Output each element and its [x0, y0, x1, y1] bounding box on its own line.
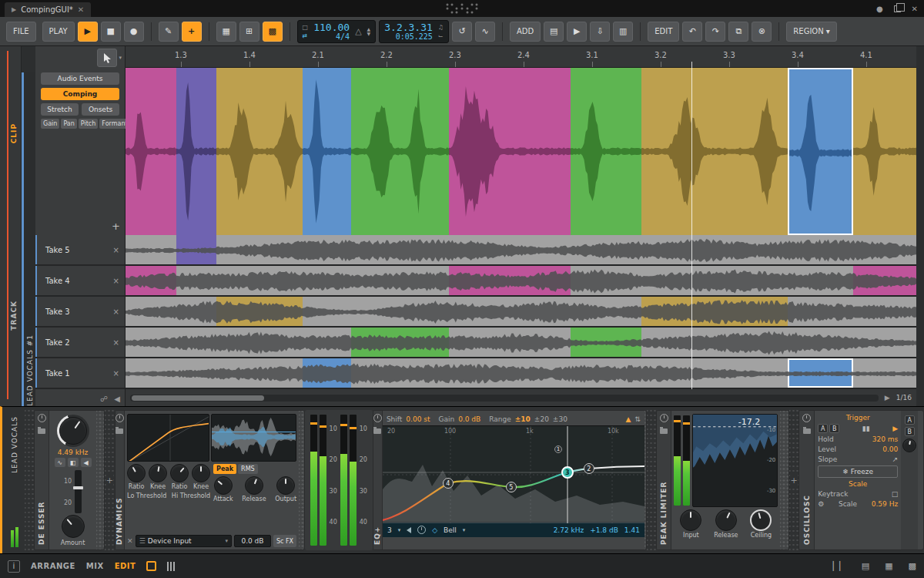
settings-gear-icon[interactable]: ⚙: [818, 500, 824, 508]
sidechain-source-select[interactable]: ☰ Device Input ▾: [136, 535, 232, 547]
h-scroll-thumb[interactable]: [132, 395, 264, 401]
band-q-value[interactable]: 1.41: [624, 526, 640, 534]
comp-section-green[interactable]: [351, 68, 449, 235]
overdub-toggle-icon[interactable]: +: [182, 22, 202, 42]
take-header-row[interactable]: Take 1×: [35, 358, 125, 389]
scroll-right-icon[interactable]: ▶: [885, 394, 890, 402]
snap-icon[interactable]: ⌙: [438, 32, 444, 39]
device-track-header[interactable]: LEAD VOCALS: [5, 410, 25, 550]
eq-solo-band-icon[interactable]: ▲: [625, 415, 631, 423]
hold-value[interactable]: 320 ms: [872, 435, 899, 443]
comp-section-purple[interactable]: [176, 68, 216, 235]
release-knob[interactable]: [245, 476, 263, 495]
browser-toggle-icon[interactable]: ▤: [862, 561, 869, 571]
band-power-icon[interactable]: [417, 526, 426, 534]
comping-button[interactable]: Comping: [41, 88, 119, 100]
band-type-select[interactable]: Bell: [444, 526, 457, 534]
loop-toggle-icon[interactable]: ↺: [452, 22, 472, 42]
de-esser-freq-knob[interactable]: [57, 415, 89, 447]
metronome-icon[interactable]: △: [355, 28, 361, 35]
take-delete-icon[interactable]: ×: [113, 307, 125, 316]
take-header-row[interactable]: Take 4×: [35, 266, 125, 297]
take-delete-icon[interactable]: ×: [113, 369, 125, 378]
channel-b-button[interactable]: B: [905, 427, 915, 436]
sidechain-clear-icon[interactable]: ✕: [127, 537, 133, 545]
take-highlight-pink[interactable]: [449, 266, 571, 295]
comp-section-blue[interactable]: [788, 68, 853, 235]
import-icon[interactable]: ⇩: [590, 22, 610, 42]
add-take-button[interactable]: +: [112, 220, 120, 232]
take-delete-icon[interactable]: ×: [113, 277, 125, 285]
device-drag-grip[interactable]: [644, 411, 646, 549]
sidechain-fx-button[interactable]: Sc FX: [273, 535, 296, 547]
close-window-icon[interactable]: ✕: [912, 5, 918, 13]
stop-button[interactable]: ■: [101, 22, 121, 42]
de-esser-threshold-slider[interactable]: 10 20: [64, 470, 82, 513]
take-highlight-purple[interactable]: [176, 235, 216, 264]
lo-knee-knob[interactable]: [149, 464, 167, 482]
device-eq-plus[interactable]: EQ+ Shift 0.00 st Gain 0.0 dB Range ±10 …: [373, 410, 647, 550]
tap-tempo-icon[interactable]: ⇄: [303, 32, 309, 39]
tempo-spinner[interactable]: ▲▼: [367, 27, 371, 36]
take-header-row[interactable]: Take 2×: [35, 328, 125, 358]
trigger-b-button[interactable]: B: [829, 424, 839, 433]
comp-section-tan[interactable]: [216, 68, 303, 235]
osc-mix-knob[interactable]: [902, 439, 916, 452]
range-10-button[interactable]: ±10: [515, 415, 531, 423]
gain-button[interactable]: Gain: [41, 119, 59, 129]
redo-button[interactable]: ↷: [705, 22, 725, 42]
sidechain-gain-field[interactable]: 0.0 dB: [234, 535, 271, 547]
output-knob[interactable]: [276, 476, 295, 495]
device-power-icon[interactable]: [116, 414, 124, 422]
peak-mode-button[interactable]: Peak: [213, 464, 236, 474]
eq-band-node[interactable]: 5: [506, 482, 517, 492]
clip-tab[interactable]: CLIP: [10, 123, 18, 143]
eq-expand-icon[interactable]: ⇅: [634, 415, 641, 423]
comp-section-blue[interactable]: [303, 68, 351, 235]
delete-button[interactable]: ⊗: [752, 22, 772, 42]
device-power-icon[interactable]: [373, 414, 382, 422]
mapping-toggle-icon[interactable]: ▦: [885, 561, 892, 571]
gain-history-display[interactable]: [211, 414, 296, 462]
tempo-display[interactable]: □ ⇄ 110.00 4/4 △ ▲▼: [297, 20, 377, 43]
take-lane[interactable]: [126, 358, 916, 389]
quantize-icon[interactable]: ♫: [438, 24, 444, 31]
eq-band-node[interactable]: 1: [554, 445, 562, 453]
duplicate-button[interactable]: ⧉: [728, 22, 748, 42]
device-oscilloscope[interactable]: OSCILLOSC Trigger A B ▮▮ ▶ Hold320 ms Le…: [798, 410, 924, 550]
de-esser-freq-value[interactable]: 4.49 kHz: [58, 449, 89, 456]
scale-value[interactable]: 0.59 Hz: [872, 500, 898, 508]
band-gain-value[interactable]: +1.8 dB: [590, 526, 618, 534]
info-icon[interactable]: i: [8, 560, 20, 573]
stretch-button[interactable]: Stretch: [41, 103, 79, 116]
trigger-meter-icon[interactable]: ▮▮: [862, 425, 870, 432]
limiter-input-knob[interactable]: [680, 509, 701, 531]
comp-section-pink[interactable]: [126, 68, 176, 235]
arrange-view-tab[interactable]: ARRANGE: [31, 562, 75, 570]
device-peak-limiter[interactable]: PEAK LIMITER -17.2 -10-: [656, 410, 788, 550]
comp-section-tan[interactable]: [853, 68, 916, 235]
track-tab[interactable]: TRACK: [10, 301, 18, 331]
undo-button[interactable]: ↶: [682, 22, 702, 42]
eq-band-node[interactable]: 2: [584, 463, 594, 474]
range-20-button[interactable]: ±20: [534, 415, 549, 423]
eq-band-node[interactable]: 3: [561, 466, 574, 479]
onsets-button[interactable]: Onsets: [82, 103, 119, 116]
take-highlight-pink[interactable]: [853, 266, 916, 295]
pitch-button[interactable]: Pitch: [79, 119, 98, 129]
link-icon[interactable]: ☍: [100, 395, 108, 403]
comp-section-green[interactable]: [571, 68, 641, 235]
level-value[interactable]: 0.00: [882, 445, 898, 453]
eq-band-node[interactable]: 4: [443, 478, 454, 489]
grid-resolution-label[interactable]: 1/16: [896, 394, 912, 402]
file-menu-button[interactable]: FILE: [6, 22, 36, 42]
band-count[interactable]: 3: [387, 526, 392, 534]
compression-curve-display[interactable]: [127, 414, 209, 462]
eq-curve-display[interactable]: 45132 201001k10k: [383, 425, 644, 523]
h-scrollbar[interactable]: [130, 395, 879, 402]
device-insert-slot[interactable]: +: [105, 410, 114, 550]
de-esser-amount-knob[interactable]: [62, 515, 85, 538]
freeze-button[interactable]: ❄ Freeze: [818, 465, 898, 478]
scroll-left-icon[interactable]: ◀: [114, 395, 120, 403]
project-tab[interactable]: ▶ CompingGUI* ✕: [5, 2, 91, 17]
